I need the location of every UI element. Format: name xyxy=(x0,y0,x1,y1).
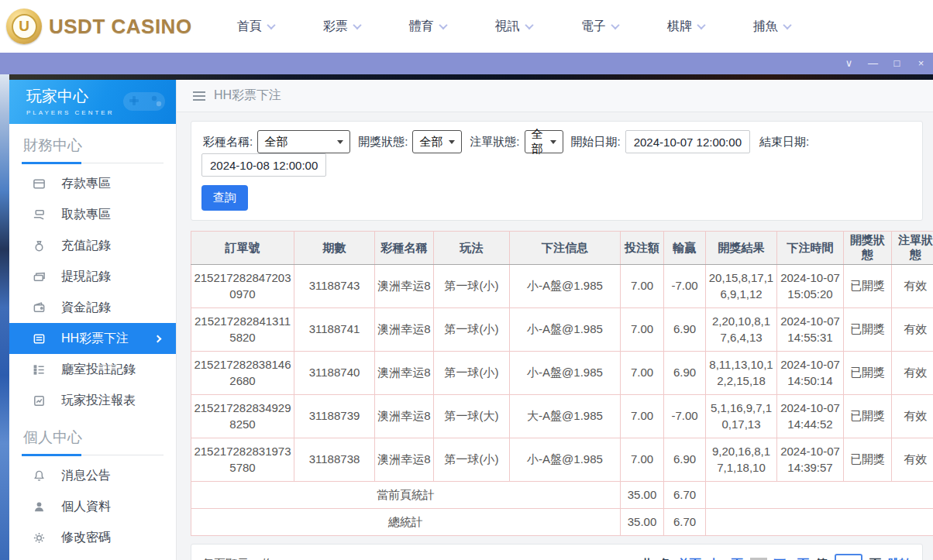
page-jump-input[interactable] xyxy=(835,554,862,560)
cell-play: 第一球(小) xyxy=(434,308,510,352)
cell-order-status: 有效 xyxy=(892,265,933,308)
wallet-icon xyxy=(33,301,46,314)
cell-amount: 7.00 xyxy=(621,265,664,308)
cell-period: 31188740 xyxy=(294,352,375,395)
start-date-input[interactable]: 2024-10-07 12:00:00 xyxy=(625,130,750,153)
search-button[interactable]: 查詢 xyxy=(201,185,248,211)
cell-win-loss: -7.00 xyxy=(664,395,706,438)
sidebar-item-deposit[interactable]: 存款專區 xyxy=(9,168,176,199)
col-lottery-name: 彩種名稱 xyxy=(375,232,434,265)
nav-item-lottery[interactable]: 彩票 xyxy=(323,19,360,35)
inner-window-top-edge xyxy=(9,74,933,80)
sidebar: 玩家中心 PLAYERS CENTER 財務中心 存款專區 取款專區 xyxy=(9,80,177,560)
cell-bet-info: 小-A盤@1.985 xyxy=(510,308,621,352)
pager-controls: 共5条 首页 上一页 [1] 下一页 第 页 跳转 xyxy=(641,554,911,560)
sidebar-item-label: 修改密碼 xyxy=(61,530,111,546)
gear-icon xyxy=(33,531,46,545)
total-summary-row: 總統計 35.00 6.70 xyxy=(191,509,933,536)
sidebar-header: 玩家中心 PLAYERS CENTER xyxy=(9,80,176,124)
chevron-down-icon xyxy=(439,21,447,29)
sidebar-item-label: 消息公告 xyxy=(61,468,111,484)
cell-bet-time: 2024-10-07 15:05:20 xyxy=(777,265,844,308)
nav-label: 電子 xyxy=(581,19,606,35)
nav-label: 彩票 xyxy=(323,19,348,35)
lottery-bet-list-icon xyxy=(33,332,46,345)
window-title-bar: ∨ — □ × xyxy=(0,53,933,74)
sidebar-item-label: HH彩票下注 xyxy=(61,331,129,347)
prev-page-link[interactable]: 上一页 xyxy=(708,557,743,560)
background-image-sliver xyxy=(0,74,9,560)
chevron-down-icon xyxy=(783,21,791,29)
sidebar-item-room-bet-records[interactable]: 廳室投註記錄 xyxy=(9,354,176,385)
hamburger-icon[interactable] xyxy=(193,91,205,101)
withdraw-icon xyxy=(33,208,46,222)
pagination-bar: 每頁顯示20條 共5条 首页 上一页 [1] 下一页 第 页 跳转 xyxy=(191,544,923,560)
sidebar-item-announcements[interactable]: 消息公告 xyxy=(9,460,176,491)
select-arrow-icon xyxy=(449,140,455,144)
filter-panel: 彩種名稱: 全部 開獎狀態: 全部 注單狀態: 全部 開始 xyxy=(191,121,923,221)
cell-bet-time: 2024-10-07 14:39:57 xyxy=(777,438,844,482)
summary-empty xyxy=(706,509,933,536)
sidebar-item-withdraw[interactable]: 取款專區 xyxy=(9,199,176,230)
nav-item-slots[interactable]: 電子 xyxy=(581,19,618,35)
nav-item-home[interactable]: 首頁 xyxy=(237,19,274,35)
sidebar-item-recharge-records[interactable]: 充值記錄 xyxy=(9,230,176,261)
draw-status-select[interactable]: 全部 xyxy=(412,130,462,153)
cell-play: 第一球(大) xyxy=(434,395,510,438)
table-row: 2152172828319735780 31188738 澳洲幸运8 第一球(小… xyxy=(191,438,933,482)
select-arrow-icon xyxy=(550,140,556,144)
cell-draw-status: 已開獎 xyxy=(844,395,892,438)
chevron-down-icon xyxy=(353,21,361,29)
sidebar-item-change-password[interactable]: 修改密碼 xyxy=(9,522,176,553)
report-chart-icon xyxy=(33,394,46,407)
nav-item-fishing[interactable]: 捕魚 xyxy=(753,19,790,35)
chevron-down-icon xyxy=(525,21,533,29)
nav-item-boardgames[interactable]: 棋牌 xyxy=(667,19,704,35)
cell-period: 31188741 xyxy=(294,308,375,352)
jump-button[interactable]: 跳转 xyxy=(888,557,911,560)
cell-play: 第一球(小) xyxy=(434,352,510,395)
first-page-link[interactable]: 首页 xyxy=(678,557,701,560)
cell-amount: 7.00 xyxy=(621,352,664,395)
cell-play: 第一球(小) xyxy=(434,265,510,308)
cell-win-loss: 6.90 xyxy=(664,438,706,482)
cell-draw-status: 已開獎 xyxy=(844,352,892,395)
cell-draw-status: 已開獎 xyxy=(844,438,892,482)
summary-win-loss: 6.70 xyxy=(664,482,706,509)
nav-label: 首頁 xyxy=(237,19,262,35)
cell-result: 20,15,8,17,16,9,1,12 xyxy=(706,265,777,308)
nav-label: 棋牌 xyxy=(667,19,692,35)
brand-logo[interactable]: U USDT CASINO xyxy=(6,9,192,44)
sidebar-item-funds-records[interactable]: 資金記錄 xyxy=(9,292,176,323)
sidebar-item-profile[interactable]: 個人資料 xyxy=(9,491,176,522)
lottery-name-select[interactable]: 全部 xyxy=(257,130,350,153)
window-dropdown-icon[interactable]: ∨ xyxy=(837,53,861,74)
nav-item-live-video[interactable]: 視訊 xyxy=(495,19,532,35)
sidebar-item-label: 取款專區 xyxy=(61,207,111,223)
nav-item-sports[interactable]: 體育 xyxy=(409,19,446,35)
sidebar-item-hh-lottery-bets[interactable]: HH彩票下注 xyxy=(9,323,176,354)
finance-items: 存款專區 取款專區 充值記錄 提現記錄 資金記錄 HH彩票下注 xyxy=(9,163,176,416)
table-row: 2152172828472030970 31188743 澳洲幸运8 第一球(小… xyxy=(191,265,933,308)
sidebar-item-withdrawal-records[interactable]: 提現記錄 xyxy=(9,261,176,292)
section-title-agent: 代理中心 xyxy=(22,553,164,560)
order-status-select[interactable]: 全部 xyxy=(525,130,563,153)
col-period: 期數 xyxy=(294,232,375,265)
main-nav: 首頁 彩票 體育 視訊 電子 棋牌 捕魚 xyxy=(237,19,790,35)
cell-order-id: 2152172828381462680 xyxy=(191,352,294,395)
window-minimize-icon[interactable]: — xyxy=(861,53,885,74)
cell-bet-info: 小-A盤@1.985 xyxy=(510,438,621,482)
cell-order-status: 有效 xyxy=(892,352,933,395)
cell-period: 31188739 xyxy=(294,395,375,438)
bell-icon xyxy=(33,469,46,483)
window-close-icon[interactable]: × xyxy=(909,53,933,74)
chevron-down-icon xyxy=(611,21,619,29)
sidebar-item-player-bet-report[interactable]: 玩家投注報表 xyxy=(9,385,176,416)
next-page-link[interactable]: 下一页 xyxy=(774,557,809,560)
end-date-input[interactable]: 2024-10-08 12:00:00 xyxy=(201,153,326,177)
window-maximize-icon[interactable]: □ xyxy=(885,53,909,74)
banknotes-icon xyxy=(33,270,46,283)
coin-letter: U xyxy=(12,14,37,40)
start-date-label: 開始日期: xyxy=(571,135,621,149)
cell-order-status: 有效 xyxy=(892,438,933,482)
